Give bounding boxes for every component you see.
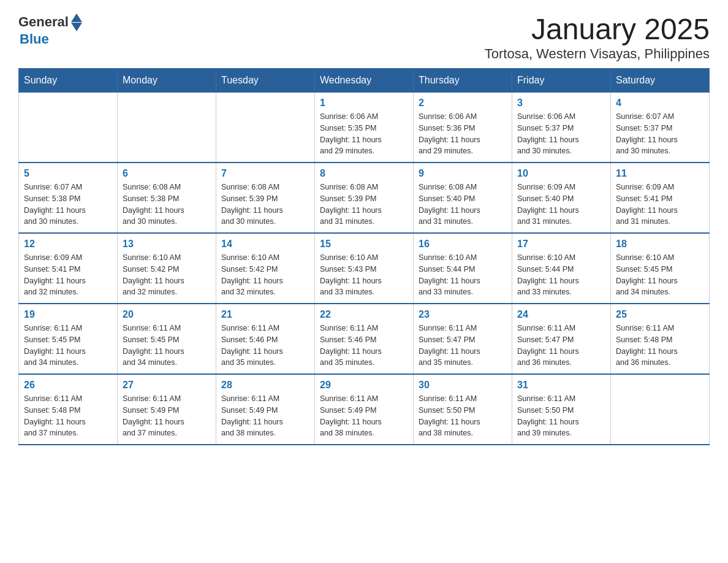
- calendar-cell: 10Sunrise: 6:09 AMSunset: 5:40 PMDayligh…: [512, 163, 611, 233]
- calendar-header-sunday: Sunday: [19, 69, 118, 93]
- title-block: January 2025 Tortosa, Western Visayas, P…: [485, 12, 710, 62]
- calendar-header-friday: Friday: [512, 69, 611, 93]
- day-number: 4: [616, 98, 704, 109]
- day-number: 24: [517, 309, 605, 320]
- day-info: Sunrise: 6:10 AMSunset: 5:42 PMDaylight:…: [221, 252, 309, 298]
- day-info: Sunrise: 6:07 AMSunset: 5:37 PMDaylight:…: [616, 111, 704, 157]
- day-number: 3: [517, 98, 605, 109]
- day-info: Sunrise: 6:11 AMSunset: 5:49 PMDaylight:…: [123, 393, 211, 439]
- calendar-cell: [118, 93, 216, 163]
- day-number: 8: [320, 168, 408, 179]
- day-info: Sunrise: 6:11 AMSunset: 5:46 PMDaylight:…: [320, 323, 408, 369]
- day-number: 12: [24, 239, 112, 250]
- day-info: Sunrise: 6:11 AMSunset: 5:46 PMDaylight:…: [221, 323, 309, 369]
- day-info: Sunrise: 6:11 AMSunset: 5:50 PMDaylight:…: [517, 393, 605, 439]
- day-info: Sunrise: 6:08 AMSunset: 5:39 PMDaylight:…: [221, 182, 309, 228]
- calendar-cell: 14Sunrise: 6:10 AMSunset: 5:42 PMDayligh…: [216, 233, 315, 304]
- day-number: 18: [616, 239, 704, 250]
- day-info: Sunrise: 6:06 AMSunset: 5:37 PMDaylight:…: [517, 111, 605, 157]
- day-info: Sunrise: 6:10 AMSunset: 5:43 PMDaylight:…: [320, 252, 408, 298]
- calendar-week-5: 26Sunrise: 6:11 AMSunset: 5:48 PMDayligh…: [19, 374, 710, 445]
- day-info: Sunrise: 6:11 AMSunset: 5:47 PMDaylight:…: [517, 323, 605, 369]
- day-number: 29: [320, 380, 408, 391]
- calendar-cell: 30Sunrise: 6:11 AMSunset: 5:50 PMDayligh…: [414, 374, 512, 445]
- day-number: 26: [24, 380, 112, 391]
- calendar-week-4: 19Sunrise: 6:11 AMSunset: 5:45 PMDayligh…: [19, 304, 710, 374]
- calendar-cell: 7Sunrise: 6:08 AMSunset: 5:39 PMDaylight…: [216, 163, 315, 233]
- day-number: 13: [123, 239, 211, 250]
- day-number: 22: [320, 309, 408, 320]
- calendar-header-tuesday: Tuesday: [216, 69, 315, 93]
- day-number: 28: [221, 380, 309, 391]
- day-number: 27: [123, 380, 211, 391]
- calendar-cell: 20Sunrise: 6:11 AMSunset: 5:45 PMDayligh…: [118, 304, 216, 374]
- day-number: 16: [419, 239, 507, 250]
- day-info: Sunrise: 6:09 AMSunset: 5:41 PMDaylight:…: [24, 252, 112, 298]
- calendar-header-thursday: Thursday: [414, 69, 512, 93]
- day-info: Sunrise: 6:06 AMSunset: 5:35 PMDaylight:…: [320, 111, 408, 157]
- calendar-cell: 26Sunrise: 6:11 AMSunset: 5:48 PMDayligh…: [19, 374, 118, 445]
- calendar-cell: 11Sunrise: 6:09 AMSunset: 5:41 PMDayligh…: [611, 163, 710, 233]
- day-info: Sunrise: 6:09 AMSunset: 5:41 PMDaylight:…: [616, 182, 704, 228]
- calendar-cell: 22Sunrise: 6:11 AMSunset: 5:46 PMDayligh…: [315, 304, 414, 374]
- day-number: 10: [517, 168, 605, 179]
- logo: General Blue: [18, 12, 82, 47]
- day-number: 7: [221, 168, 309, 179]
- calendar-cell: 5Sunrise: 6:07 AMSunset: 5:38 PMDaylight…: [19, 163, 118, 233]
- day-info: Sunrise: 6:10 AMSunset: 5:45 PMDaylight:…: [616, 252, 704, 298]
- day-info: Sunrise: 6:08 AMSunset: 5:38 PMDaylight:…: [123, 182, 211, 228]
- calendar-cell: 3Sunrise: 6:06 AMSunset: 5:37 PMDaylight…: [512, 93, 611, 163]
- calendar-week-1: 1Sunrise: 6:06 AMSunset: 5:35 PMDaylight…: [19, 93, 710, 163]
- calendar-cell: [216, 93, 315, 163]
- calendar-cell: 28Sunrise: 6:11 AMSunset: 5:49 PMDayligh…: [216, 374, 315, 445]
- day-info: Sunrise: 6:11 AMSunset: 5:50 PMDaylight:…: [419, 393, 507, 439]
- calendar-week-3: 12Sunrise: 6:09 AMSunset: 5:41 PMDayligh…: [19, 233, 710, 304]
- calendar-cell: 19Sunrise: 6:11 AMSunset: 5:45 PMDayligh…: [19, 304, 118, 374]
- calendar-cell: 6Sunrise: 6:08 AMSunset: 5:38 PMDaylight…: [118, 163, 216, 233]
- day-info: Sunrise: 6:11 AMSunset: 5:45 PMDaylight:…: [24, 323, 112, 369]
- day-number: 31: [517, 380, 605, 391]
- calendar-cell: 31Sunrise: 6:11 AMSunset: 5:50 PMDayligh…: [512, 374, 611, 445]
- calendar-cell: [19, 93, 118, 163]
- calendar-cell: 4Sunrise: 6:07 AMSunset: 5:37 PMDaylight…: [611, 93, 710, 163]
- calendar-header-wednesday: Wednesday: [315, 69, 414, 93]
- day-info: Sunrise: 6:08 AMSunset: 5:40 PMDaylight:…: [419, 182, 507, 228]
- calendar-week-2: 5Sunrise: 6:07 AMSunset: 5:38 PMDaylight…: [19, 163, 710, 233]
- calendar-cell: 21Sunrise: 6:11 AMSunset: 5:46 PMDayligh…: [216, 304, 315, 374]
- calendar-cell: 8Sunrise: 6:08 AMSunset: 5:39 PMDaylight…: [315, 163, 414, 233]
- calendar-cell: 23Sunrise: 6:11 AMSunset: 5:47 PMDayligh…: [414, 304, 512, 374]
- day-info: Sunrise: 6:10 AMSunset: 5:42 PMDaylight:…: [123, 252, 211, 298]
- calendar-cell: 1Sunrise: 6:06 AMSunset: 5:35 PMDaylight…: [315, 93, 414, 163]
- calendar-cell: 9Sunrise: 6:08 AMSunset: 5:40 PMDaylight…: [414, 163, 512, 233]
- day-info: Sunrise: 6:11 AMSunset: 5:48 PMDaylight:…: [616, 323, 704, 369]
- calendar-header-row: SundayMondayTuesdayWednesdayThursdayFrid…: [19, 69, 710, 93]
- calendar-cell: 13Sunrise: 6:10 AMSunset: 5:42 PMDayligh…: [118, 233, 216, 304]
- calendar-table: SundayMondayTuesdayWednesdayThursdayFrid…: [18, 68, 710, 445]
- calendar-cell: 24Sunrise: 6:11 AMSunset: 5:47 PMDayligh…: [512, 304, 611, 374]
- day-number: 15: [320, 239, 408, 250]
- day-number: 25: [616, 309, 704, 320]
- day-info: Sunrise: 6:07 AMSunset: 5:38 PMDaylight:…: [24, 182, 112, 228]
- day-info: Sunrise: 6:11 AMSunset: 5:45 PMDaylight:…: [123, 323, 211, 369]
- day-number: 2: [419, 98, 507, 109]
- page-header: General Blue January 2025 Tortosa, Weste…: [18, 12, 710, 62]
- day-info: Sunrise: 6:08 AMSunset: 5:39 PMDaylight:…: [320, 182, 408, 228]
- day-info: Sunrise: 6:10 AMSunset: 5:44 PMDaylight:…: [517, 252, 605, 298]
- day-info: Sunrise: 6:11 AMSunset: 5:49 PMDaylight:…: [320, 393, 408, 439]
- day-info: Sunrise: 6:10 AMSunset: 5:44 PMDaylight:…: [419, 252, 507, 298]
- calendar-cell: 18Sunrise: 6:10 AMSunset: 5:45 PMDayligh…: [611, 233, 710, 304]
- calendar-header-saturday: Saturday: [611, 69, 710, 93]
- day-info: Sunrise: 6:11 AMSunset: 5:49 PMDaylight:…: [221, 393, 309, 439]
- day-number: 21: [221, 309, 309, 320]
- page-title: January 2025: [485, 12, 710, 46]
- calendar-cell: 29Sunrise: 6:11 AMSunset: 5:49 PMDayligh…: [315, 374, 414, 445]
- day-info: Sunrise: 6:09 AMSunset: 5:40 PMDaylight:…: [517, 182, 605, 228]
- calendar-cell: 17Sunrise: 6:10 AMSunset: 5:44 PMDayligh…: [512, 233, 611, 304]
- day-info: Sunrise: 6:11 AMSunset: 5:47 PMDaylight:…: [419, 323, 507, 369]
- day-info: Sunrise: 6:06 AMSunset: 5:36 PMDaylight:…: [419, 111, 507, 157]
- calendar-cell: 16Sunrise: 6:10 AMSunset: 5:44 PMDayligh…: [414, 233, 512, 304]
- day-number: 20: [123, 309, 211, 320]
- logo-text-blue: Blue: [20, 31, 49, 47]
- logo-text-general: General: [18, 14, 69, 30]
- page-subtitle: Tortosa, Western Visayas, Philippines: [485, 46, 710, 62]
